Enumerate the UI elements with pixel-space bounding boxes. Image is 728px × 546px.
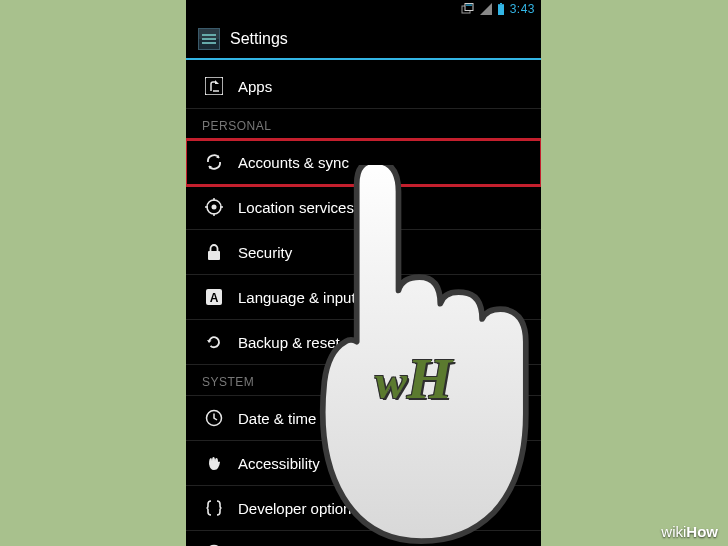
- row-date-time[interactable]: Date & time: [186, 396, 541, 441]
- braces-icon: [204, 498, 224, 518]
- hand-icon: [204, 453, 224, 473]
- svg-rect-5: [205, 77, 223, 95]
- lock-icon: [204, 242, 224, 262]
- wikihow-watermark: wikiHow: [661, 523, 718, 540]
- svg-rect-3: [500, 3, 502, 4]
- row-about-tablet[interactable]: About tablet: [186, 531, 541, 546]
- android-settings-screen: 3:43 Settings Apps PERSONAL Accounts & s…: [186, 0, 541, 546]
- cascade-windows-icon: [461, 3, 475, 15]
- row-apps[interactable]: Apps: [186, 64, 541, 109]
- apps-icon: [204, 76, 224, 96]
- status-bar: 3:43: [186, 0, 541, 18]
- row-label: Date & time: [238, 410, 316, 427]
- row-label: Security: [238, 244, 292, 261]
- row-label: Apps: [238, 78, 272, 95]
- row-language-input[interactable]: A Language & input: [186, 275, 541, 320]
- section-header-system: SYSTEM: [186, 365, 541, 396]
- svg-text:A: A: [210, 291, 219, 305]
- row-security[interactable]: Security: [186, 230, 541, 275]
- title-bar: Settings: [186, 18, 541, 60]
- row-accounts-sync[interactable]: Accounts & sync: [186, 140, 541, 185]
- battery-icon: [497, 3, 505, 15]
- row-label: Developer options: [238, 500, 359, 517]
- clock-icon: [204, 408, 224, 428]
- svg-point-7: [212, 205, 217, 210]
- page-title: Settings: [230, 30, 288, 48]
- row-accessibility[interactable]: Accessibility: [186, 441, 541, 486]
- language-icon: A: [204, 287, 224, 307]
- row-label: Language & input: [238, 289, 356, 306]
- sync-icon: [204, 152, 224, 172]
- row-label: Location services: [238, 199, 354, 216]
- svg-rect-2: [466, 5, 472, 6]
- svg-rect-4: [498, 4, 504, 15]
- svg-rect-8: [208, 251, 220, 260]
- location-icon: [204, 197, 224, 217]
- row-backup-reset[interactable]: Backup & reset: [186, 320, 541, 365]
- row-label: Accounts & sync: [238, 154, 349, 171]
- settings-app-icon: [198, 28, 220, 50]
- row-label: Accessibility: [238, 455, 320, 472]
- backup-icon: [204, 332, 224, 352]
- status-time: 3:43: [510, 2, 535, 16]
- settings-list: Apps PERSONAL Accounts & sync Location s…: [186, 60, 541, 546]
- row-developer-options[interactable]: Developer options: [186, 486, 541, 531]
- section-header-personal: PERSONAL: [186, 109, 541, 140]
- row-label: Backup & reset: [238, 334, 340, 351]
- row-location-services[interactable]: Location services: [186, 185, 541, 230]
- signal-icon: [480, 3, 492, 15]
